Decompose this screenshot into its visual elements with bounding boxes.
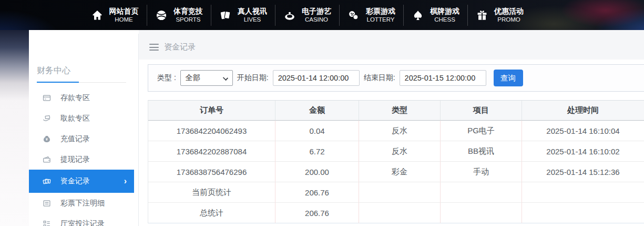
- table-header-cell: 金额: [275, 101, 359, 121]
- sidebar-item-label: 彩票下注明细: [60, 199, 105, 208]
- sidebar-item-label: 提现记录: [60, 155, 90, 164]
- nav-item-lives[interactable]: 真人视讯LIVES: [211, 5, 275, 26]
- type-select[interactable]: 全部: [180, 70, 233, 86]
- table-cell: 206.76: [275, 182, 359, 203]
- end-date-label: 结束日期:: [364, 73, 395, 83]
- sidebar-menu: 存款专区取款专区¥充值记录提现记录资金记录›彩票下注明细厅室投注记录: [29, 87, 134, 226]
- nav-item-home[interactable]: 网站首页HOME: [83, 5, 147, 26]
- sidebar-item-4[interactable]: 提现记录: [29, 149, 134, 170]
- recharge-record-icon: ¥: [42, 134, 52, 144]
- table-cell: 彩金: [359, 162, 441, 182]
- table-cell: PG电子: [441, 121, 522, 141]
- table-header-cell: 订单号: [148, 101, 275, 121]
- table-header-cell: 处理时间: [522, 101, 644, 121]
- nav-label-en: LOTTERY: [367, 16, 395, 23]
- breadcrumb-band: [139, 30, 644, 60]
- filter-bar: 类型 : 全部 开始日期: 结束日期: 查询: [148, 64, 644, 92]
- search-button[interactable]: 查询: [494, 70, 523, 86]
- nav-item-chess[interactable]: 棋牌游戏CHESS: [403, 5, 467, 26]
- room-bet-icon: [42, 219, 52, 226]
- nav-item-text: 彩票游戏LOTTERY: [366, 7, 395, 24]
- promo-icon: [476, 9, 488, 22]
- table-cell: 2025-01-14 16:10:02: [522, 141, 644, 162]
- casino-icon: [283, 9, 296, 22]
- table-cell: 总统计: [148, 203, 275, 223]
- type-select-value: 全部: [186, 73, 200, 83]
- nav-item-sports[interactable]: 体育竞技SPORTS: [147, 5, 211, 26]
- table-cell: 206.76: [275, 203, 359, 223]
- table-cell: 2025-01-14 15:12:36: [522, 162, 644, 182]
- sports-icon: [155, 9, 168, 22]
- sidebar-item-5[interactable]: 资金记录›: [29, 170, 134, 193]
- table-cell: [522, 203, 644, 223]
- nav-items: 网站首页HOME体育竞技SPORTS真人视讯LIVES电子游艺CASINO彩票游…: [83, 5, 531, 26]
- sidebar-item-label: 取款专区: [60, 114, 90, 123]
- type-label: 类型 :: [157, 73, 176, 83]
- funds-record-table: 订单号金额类型项目处理时间17368422040624930.04反水PG电子2…: [148, 100, 644, 223]
- sidebar-item-2[interactable]: 取款专区: [29, 108, 134, 129]
- nav-item-casino[interactable]: 电子游艺CASINO: [275, 5, 339, 26]
- nav-label-zh: 体育竞技: [173, 7, 203, 16]
- nav-label-en: CASINO: [305, 16, 328, 23]
- sidebar-section-title: 财务中心: [37, 65, 70, 76]
- table-header-row: 订单号金额类型项目处理时间: [148, 101, 644, 121]
- table-header-cell: 项目: [441, 101, 522, 121]
- table-row: 当前页统计206.76: [148, 182, 644, 203]
- sidebar-item-label: 存款专区: [60, 93, 90, 103]
- table-cell: 反水: [359, 121, 441, 141]
- chevron-right-icon: ›: [124, 177, 127, 185]
- table-row: 17368422028870846.72反水BB视讯2025-01-14 16:…: [148, 141, 644, 162]
- nav-label-en: CHESS: [434, 16, 455, 23]
- start-date-input[interactable]: [273, 70, 360, 86]
- nav-label-zh: 优惠活动: [494, 7, 524, 16]
- nav-label-zh: 彩票游戏: [366, 7, 395, 16]
- table-cell: [359, 203, 441, 223]
- nav-item-text: 棋牌游戏CHESS: [430, 7, 459, 24]
- sidebar-item-label: 充值记录: [60, 134, 90, 144]
- section-divider-accent: [37, 82, 79, 83]
- nav-label-zh: 棋牌游戏: [430, 7, 459, 16]
- nav-label-zh: 真人视讯: [238, 7, 267, 16]
- sidebar-item-1[interactable]: 存款专区: [29, 87, 134, 108]
- nav-item-lottery[interactable]: 彩票游戏LOTTERY: [339, 5, 403, 26]
- nav-item-promo[interactable]: 优惠活动PROMO: [467, 5, 531, 26]
- sidebar-item-3[interactable]: ¥充值记录: [29, 129, 134, 149]
- nav-label-en: LIVES: [244, 16, 261, 23]
- table-cell: 1736838756476296: [148, 162, 275, 182]
- funds-record-icon: [42, 176, 52, 186]
- nav-item-text: 优惠活动PROMO: [494, 7, 524, 24]
- lives-icon: [219, 9, 232, 22]
- end-date-input[interactable]: [400, 70, 486, 86]
- table-cell: 200.00: [275, 162, 359, 182]
- table-cell: 2025-01-14 16:10:04: [522, 121, 644, 141]
- withdraw-icon: [42, 114, 52, 123]
- table-cell: 当前页统计: [148, 182, 275, 203]
- lottery-icon: [347, 9, 360, 22]
- sidebar-item-7[interactable]: 厅室投注记录: [29, 213, 134, 226]
- chevron-down-icon: [223, 75, 228, 81]
- hamburger-icon[interactable]: [149, 44, 159, 51]
- nav-label-zh: 电子游艺: [302, 7, 331, 16]
- table-cell: [359, 182, 441, 203]
- table-cell: 反水: [359, 141, 441, 162]
- sidebar-item-6[interactable]: 彩票下注明细: [29, 193, 134, 213]
- table-cell: [441, 182, 522, 203]
- table-header-cell: 类型: [359, 101, 441, 121]
- table-cell: 0.04: [275, 121, 359, 141]
- breadcrumb: 资金记录: [149, 42, 196, 52]
- table-row: 总统计206.76: [148, 203, 644, 223]
- table-row: 1736838756476296200.00彩金手动2025-01-14 15:…: [148, 162, 644, 182]
- top-navigation: 网站首页HOME体育竞技SPORTS真人视讯LIVES电子游艺CASINO彩票游…: [0, 0, 644, 30]
- table-cell: [441, 203, 522, 223]
- deposit-icon: [42, 93, 52, 103]
- nav-label-en: PROMO: [497, 16, 520, 23]
- nav-label-zh: 网站首页: [109, 7, 139, 16]
- table-cell: 6.72: [275, 141, 359, 162]
- table-cell: 1736842204062493: [148, 121, 275, 141]
- nav-item-text: 电子游艺CASINO: [302, 7, 331, 24]
- nav-label-en: HOME: [115, 16, 133, 23]
- sidebar-item-label: 厅室投注记录: [60, 219, 105, 226]
- nav-item-text: 体育竞技SPORTS: [173, 7, 203, 24]
- svg-text:¥: ¥: [46, 137, 48, 141]
- table-cell: 1736842202887084: [148, 141, 275, 162]
